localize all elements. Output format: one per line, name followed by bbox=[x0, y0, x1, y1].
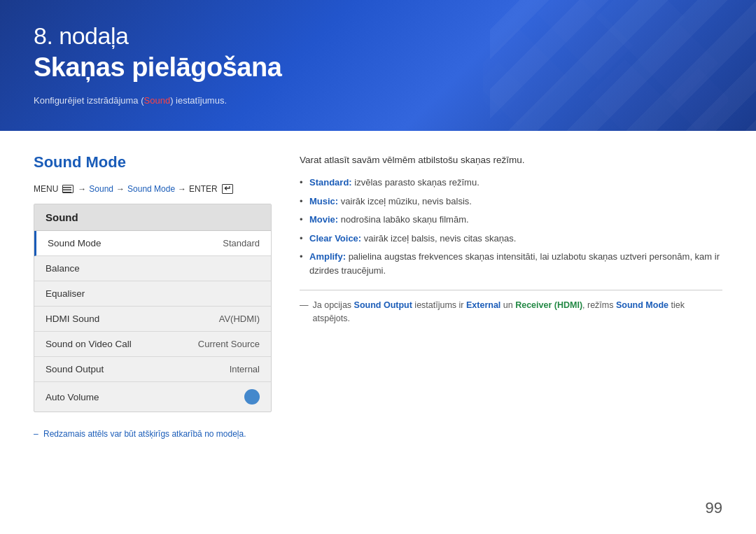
menu-icon bbox=[62, 185, 74, 193]
arrow2: → bbox=[116, 184, 125, 194]
balance-label: Balance bbox=[46, 263, 80, 274]
sound-output-row[interactable]: Sound Output Internal bbox=[34, 357, 271, 382]
footer-text: Redzamais attēls var būt atšķirīgs atkar… bbox=[43, 429, 246, 439]
footer-note-text: – Redzamais attēls var būt atšķirīgs atk… bbox=[34, 429, 722, 439]
svg-rect-0 bbox=[63, 187, 71, 188]
subtitle-after: ) iestatījumus. bbox=[170, 95, 227, 106]
arrow1: → bbox=[78, 184, 86, 194]
balance-row[interactable]: Balance bbox=[34, 256, 271, 281]
sound-output-value: Internal bbox=[230, 364, 260, 374]
text-music: vairāk izceļ mūziku, nevis balsis. bbox=[341, 196, 472, 206]
term-movie: Movie: bbox=[309, 214, 338, 225]
note-term3: Receiver (HDMI) bbox=[515, 300, 582, 310]
text-standard: izvēlas parasto skaņas režīmu. bbox=[354, 177, 479, 188]
sound-output-label: Sound Output bbox=[46, 364, 104, 374]
list-item: Clear Voice: vairāk izceļ balsis, nevis … bbox=[300, 232, 722, 246]
header-banner: 8. nodaļa Skaņas pielāgošana Konfigurēji… bbox=[0, 0, 756, 131]
list-item: Amplify: palielina augstas frekvences sk… bbox=[300, 250, 722, 277]
footer-note: – Redzamais attēls var būt atšķirīgs atk… bbox=[0, 412, 756, 439]
auto-volume-row[interactable]: Auto Volume bbox=[34, 382, 271, 412]
note-dash: ― bbox=[300, 299, 309, 325]
note-before: Ja opcijas bbox=[313, 300, 354, 310]
note-text: ― Ja opcijas Sound Output iestatījums ir… bbox=[300, 290, 722, 325]
sound-panel: Sound Sound Mode Standard Balance Equali… bbox=[34, 204, 272, 412]
right-column: Varat atlasīt savām vēlmēm atbilstošu sk… bbox=[300, 153, 722, 412]
term-music: Music: bbox=[309, 196, 338, 206]
text-amplify: palielina augstas frekvences skaņas inte… bbox=[309, 251, 720, 276]
menu-sound-mode: Sound Mode bbox=[127, 184, 175, 194]
menu-label: MENU bbox=[34, 184, 58, 194]
svg-rect-1 bbox=[63, 190, 71, 191]
list-item: Movie: nodrošina labāko skaņu filmām. bbox=[300, 213, 722, 227]
term-standard: Standard: bbox=[309, 177, 352, 188]
note-middle2: un bbox=[500, 300, 515, 310]
hdmi-sound-label: HDMI Sound bbox=[46, 314, 99, 324]
equaliser-label: Equaliser bbox=[46, 288, 85, 299]
hdmi-sound-row[interactable]: HDMI Sound AV(HDMI) bbox=[34, 307, 271, 332]
note-term4: Sound Mode bbox=[616, 300, 668, 310]
list-item: Standard: izvēlas parasto skaņas režīmu. bbox=[300, 176, 722, 190]
subtitle-highlight: Sound bbox=[144, 95, 171, 106]
sound-mode-row[interactable]: Sound Mode Standard bbox=[34, 231, 271, 256]
note-middle3: , režīms bbox=[582, 300, 616, 310]
subtitle-before: Konfigurējiet izstrādājuma ( bbox=[34, 95, 144, 106]
decorative-diamonds bbox=[483, 0, 728, 129]
text-movie: nodrošina labāko skaņu filmām. bbox=[341, 214, 469, 225]
enter-icon bbox=[222, 184, 233, 194]
sound-panel-header: Sound bbox=[34, 204, 271, 231]
arrow3: → bbox=[178, 184, 186, 194]
bullet-list: Standard: izvēlas parasto skaņas režīmu.… bbox=[300, 176, 722, 277]
hdmi-sound-value: AV(HDMI) bbox=[219, 314, 260, 324]
left-column: Sound Mode MENU → Sound → Sound Mode → E… bbox=[34, 153, 272, 412]
enter-label: ENTER bbox=[189, 184, 218, 194]
note-term2: External bbox=[466, 300, 500, 310]
menu-sound: Sound bbox=[89, 184, 113, 194]
sound-mode-value: Standard bbox=[223, 238, 260, 248]
svg-rect-2 bbox=[63, 192, 71, 193]
auto-volume-toggle[interactable] bbox=[244, 389, 260, 405]
sound-video-call-row[interactable]: Sound on Video Call Current Source bbox=[34, 332, 271, 357]
term-clear-voice: Clear Voice: bbox=[309, 233, 361, 244]
menu-path: MENU → Sound → Sound Mode → ENTER bbox=[34, 184, 272, 194]
intro-text: Varat atlasīt savām vēlmēm atbilstošu sk… bbox=[300, 153, 722, 167]
auto-volume-label: Auto Volume bbox=[46, 392, 99, 402]
sound-mode-label: Sound Mode bbox=[48, 238, 102, 248]
note-content: Ja opcijas Sound Output iestatījums ir E… bbox=[313, 299, 723, 325]
equaliser-row[interactable]: Equaliser bbox=[34, 281, 271, 307]
note-middle1: iestatījums ir bbox=[412, 300, 466, 310]
footer-dash: – bbox=[34, 429, 38, 439]
sound-video-call-label: Sound on Video Call bbox=[46, 339, 132, 349]
list-item: Music: vairāk izceļ mūziku, nevis balsis… bbox=[300, 195, 722, 209]
sound-video-call-value: Current Source bbox=[198, 339, 260, 349]
page-number: 99 bbox=[706, 499, 722, 517]
note-term1: Sound Output bbox=[354, 300, 412, 310]
main-content: Sound Mode MENU → Sound → Sound Mode → E… bbox=[0, 131, 756, 412]
text-clear-voice: vairāk izceļ balsis, nevis citas skaņas. bbox=[364, 233, 516, 244]
section-title: Sound Mode bbox=[34, 153, 272, 171]
term-amplify: Amplify: bbox=[309, 251, 346, 262]
